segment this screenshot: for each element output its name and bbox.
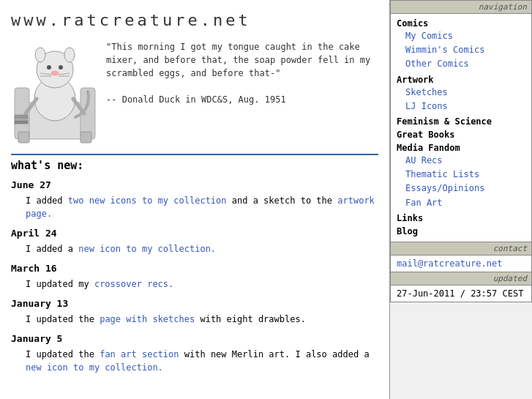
sidebar: navigation Comics My Comics Wimmin's Com… xyxy=(389,0,532,399)
date-january13: January 13 xyxy=(11,298,378,309)
nav-section: navigation Comics My Comics Wimmin's Com… xyxy=(390,0,532,242)
nav-category-links: Links xyxy=(397,213,525,223)
contact-section: contact mail@ratcreature.net xyxy=(390,242,532,272)
svg-point-11 xyxy=(51,71,59,75)
header-quote: "This morning I got my tongue caught in … xyxy=(106,37,378,106)
updated-header: updated xyxy=(391,272,531,286)
link-crossover-recs[interactable]: crossover recs. xyxy=(94,279,173,289)
svg-rect-18 xyxy=(15,121,28,124)
svg-point-8 xyxy=(64,48,75,62)
link-sketches-page[interactable]: page with sketches xyxy=(100,314,195,324)
link-new-icon-jan5[interactable]: new icon to my collection. xyxy=(26,362,163,373)
whats-new-title: what's new: xyxy=(11,159,378,172)
entry-june27: I added two new icons to my collection a… xyxy=(26,194,378,220)
nav-item-lj-icons[interactable]: LJ Icons xyxy=(397,100,525,113)
nav-item-wimmins-comics[interactable]: Wimmin's Comics xyxy=(397,43,525,57)
entry-april24: I added a new icon to my collection. xyxy=(26,242,378,256)
entry-march16: I updated my crossover recs. xyxy=(26,277,378,291)
contact-content: mail@ratcreature.net xyxy=(391,256,531,272)
nav-item-sketches[interactable]: Sketches xyxy=(397,86,525,100)
svg-rect-3 xyxy=(18,132,29,143)
svg-rect-20 xyxy=(15,115,28,118)
whats-new-section: what's new: June 27 I added two new icon… xyxy=(11,154,378,374)
site-title: www.ratcreature.net xyxy=(11,7,378,29)
link-new-icon-april[interactable]: new icon to my collection. xyxy=(78,244,216,254)
nav-item-thematic-lists[interactable]: Thematic Lists xyxy=(397,168,525,182)
nav-category-media-fandom: Media Fandom xyxy=(397,143,525,153)
nav-item-other-comics[interactable]: Other Comics xyxy=(397,57,525,71)
nav-category-great-books: Great Books xyxy=(397,130,525,140)
svg-rect-4 xyxy=(80,132,91,143)
link-fan-art-section[interactable]: fan art section xyxy=(100,349,179,359)
nav-category-blog: Blog xyxy=(397,226,525,236)
nav-item-my-comics[interactable]: My Comics xyxy=(397,29,525,43)
nav-item-fan-art[interactable]: Fan Art xyxy=(397,196,525,210)
nav-category-comics: Comics xyxy=(397,18,525,29)
date-june27: June 27 xyxy=(11,179,378,190)
date-january5: January 5 xyxy=(11,333,378,344)
nav-content: Comics My Comics Wimmin's Comics Other C… xyxy=(391,14,531,242)
entry-january13: I updated the page with sketches with ei… xyxy=(26,313,378,326)
link-new-icons[interactable]: two new icons to my collection xyxy=(68,195,227,206)
mascot-image xyxy=(11,37,99,146)
svg-point-9 xyxy=(47,65,51,70)
updated-date: 27-Jun-2011 / 23:57 CEST xyxy=(391,286,531,302)
svg-point-7 xyxy=(35,48,45,62)
date-april24: April 24 xyxy=(11,228,378,239)
contact-header: contact xyxy=(391,242,531,256)
nav-header: navigation xyxy=(391,1,531,14)
svg-rect-19 xyxy=(15,118,28,121)
updated-section: updated 27-Jun-2011 / 23:57 CEST xyxy=(390,272,532,302)
svg-point-10 xyxy=(59,65,63,70)
nav-category-feminism: Feminism & Science xyxy=(397,116,525,127)
nav-item-essays-opinions[interactable]: Essays/Opinions xyxy=(397,182,525,195)
nav-item-au-recs[interactable]: AU Recs xyxy=(397,154,525,168)
entry-january5: I updated the fan art section with new M… xyxy=(26,348,378,374)
nav-category-artwork: Artwork xyxy=(397,75,525,85)
date-march16: March 16 xyxy=(11,263,378,274)
contact-email[interactable]: mail@ratcreature.net xyxy=(397,258,503,269)
